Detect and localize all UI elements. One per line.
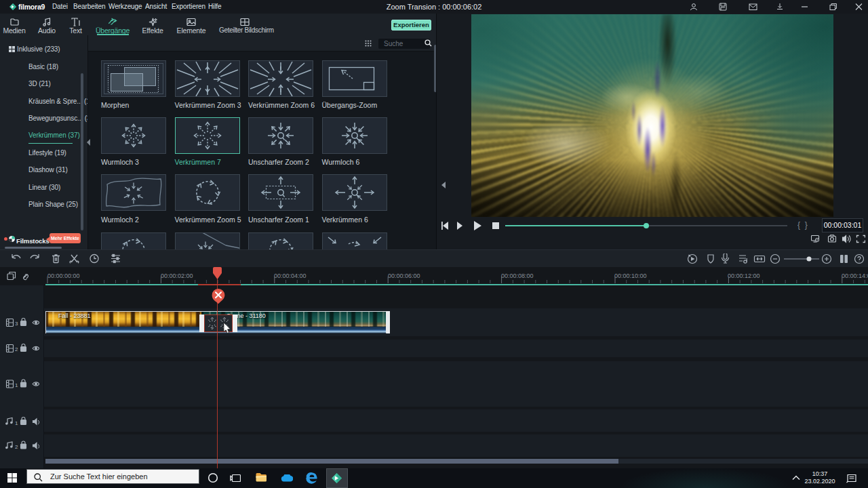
svg-text:3: 3 bbox=[15, 321, 18, 327]
svg-text:1: 1 bbox=[15, 420, 18, 426]
svg-text:1: 1 bbox=[15, 382, 18, 388]
svg-text:2: 2 bbox=[15, 346, 18, 352]
svg-text:2: 2 bbox=[15, 444, 18, 450]
